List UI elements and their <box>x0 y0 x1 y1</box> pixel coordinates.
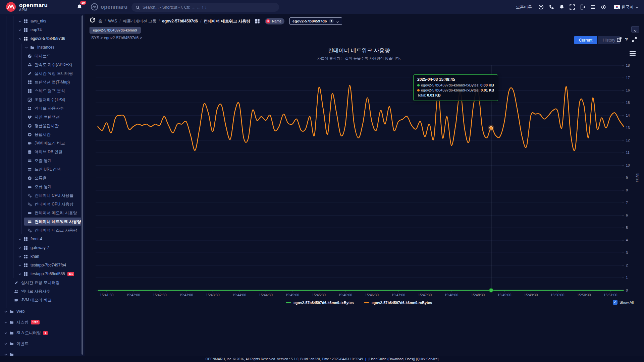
breadcrumb-item[interactable]: 애플리케이션 그룹 <box>123 18 156 24</box>
collapse-panel-button[interactable] <box>631 26 639 33</box>
logout-icon[interactable] <box>580 4 585 10</box>
sidebar-item-지연 트랜잭션[interactable]: 지연 트랜잭션 <box>0 113 85 121</box>
sidebar-item-gateway-7[interactable]: gateway-7 <box>0 243 85 252</box>
sidebar-item-SLA 모니터링[interactable]: SLA 모니터링1 <box>0 327 85 338</box>
sidebar-item-컨테이너 네트워크 사용량[interactable]: 컨테이너 네트워크 사용량 <box>0 217 85 226</box>
breadcrumb-separator: / <box>105 19 106 23</box>
heart-broken-icon <box>28 115 32 119</box>
sidebar-item-스레드 덤프 분석[interactable]: 스레드 덤프 분석 <box>0 86 85 95</box>
legend-item[interactable]: egov2-57b84597d6-k6mn9-rxBytes <box>364 301 432 305</box>
grid-view-icon[interactable] <box>255 18 260 24</box>
server-count-badge: 1 <box>329 19 334 23</box>
caret-down-icon <box>18 19 21 23</box>
sidebar-item-label: 스레드 덤프 분석 <box>35 88 65 94</box>
sidebar-item-평균응답시간[interactable]: 평균응답시간 <box>0 121 85 130</box>
sidebar-item-folder[interactable] <box>0 349 85 356</box>
sidebar-item-오류율[interactable]: 오류율 <box>0 174 85 182</box>
sidebar-item-label: JVM 메모리 비교 <box>21 297 52 303</box>
sidebar-item-label: front-4 <box>31 237 42 241</box>
notifications-bell-icon[interactable] <box>76 4 83 10</box>
sidebar-item-Web[interactable]: Web <box>0 306 85 317</box>
grid-icon <box>23 246 28 250</box>
sidebar-item-testapp-7bc7497fb4[interactable]: testapp-7bc7497fb4 <box>0 261 85 269</box>
remove-tag-icon[interactable]: × <box>266 19 270 23</box>
caret-down-icon <box>634 28 637 31</box>
svg-text:15:50:30: 15:50:30 <box>577 293 591 297</box>
fullscreen-icon[interactable] <box>632 37 637 42</box>
breadcrumb-item[interactable]: WAS <box>108 19 117 23</box>
sidebar-item-label: 트랜잭션 맵(T-Map) <box>35 79 70 85</box>
partner-brand[interactable]: openmaru <box>91 3 128 11</box>
sidebar-item-컨테이너 디스크 사용량[interactable]: 컨테이너 디스크 사용량 <box>0 226 85 235</box>
footer-info: OPENMARU, Inc. © 2016, All Rights Reserv… <box>206 357 363 361</box>
name-filter-tag[interactable]: ×Name <box>265 18 284 24</box>
sidebar-item-만족도 지수(APDEX)[interactable]: 만족도 지수(APDEX) <box>0 60 85 69</box>
grid-icon <box>28 89 32 93</box>
sidebar-item-시스템[interactable]: 시스템1/12 <box>0 317 85 327</box>
gears-icon <box>28 202 32 206</box>
tooltip-series-value: 0.00 KB <box>480 83 494 87</box>
sidebar-item-초당처리수(TPS)[interactable]: 초당처리수(TPS) <box>0 95 85 104</box>
sidebar-badge: 1/12 <box>31 320 40 324</box>
help-icon[interactable]: ? <box>625 37 628 42</box>
openmaru-circle-icon[interactable] <box>538 4 544 10</box>
sidebar-item-Instances[interactable]: Instances <box>0 43 85 52</box>
sidebar-item-느린 URL 검색[interactable]: 느린 URL 검색 <box>0 165 85 174</box>
sidebar-item-액티브 DB 연결[interactable]: 액티브 DB 연결 <box>0 147 85 156</box>
sidebar-item-label: 컨테이너 CPU 사용량 <box>35 201 73 207</box>
brand[interactable]: openmaru APM <box>5 1 48 12</box>
svg-text:15:42:00: 15:42:00 <box>126 293 140 297</box>
breadcrumb-item[interactable]: 컨테이너 네트워크 사용량 <box>204 18 250 24</box>
breadcrumb-item[interactable]: 홈 <box>98 18 102 24</box>
sidebar-item-응답시간[interactable]: 응답시간 <box>0 130 85 139</box>
refresh-icon[interactable] <box>90 17 95 23</box>
expand-icon[interactable] <box>570 4 575 10</box>
svg-text:11: 11 <box>626 150 630 155</box>
sidebar-item-컨테이너 CPU 사용량[interactable]: 컨테이너 CPU 사용량 <box>0 200 85 208</box>
sidebar-item-실시간 요청 모니터링[interactable]: 실시간 요청 모니터링 <box>0 278 85 287</box>
sidebar-item-label: eap74 <box>31 27 42 32</box>
sidebar-item-대시보드[interactable]: 대시보드 <box>0 52 85 60</box>
sidebar-item-실시간 요청 모니터링[interactable]: 실시간 요청 모니터링 <box>0 69 85 78</box>
sidebar-item-label: 만족도 지수(APDEX) <box>35 62 72 68</box>
search-input[interactable] <box>143 5 275 10</box>
show-all-toggle[interactable]: ✓ Show All <box>613 300 634 305</box>
sidebar-scrollbar[interactable] <box>82 15 83 355</box>
server-select[interactable]: egov2-57b84597d61 <box>289 17 342 25</box>
footer-links[interactable]: [User Guide (Download, Docs)] [Quick Ser… <box>369 357 438 361</box>
server-select-value: egov2-57b84597d6 <box>292 19 327 23</box>
check-square-icon <box>28 98 32 102</box>
legend-item[interactable]: egov2-57b84597d6-k6mn9-txBytes <box>286 301 354 305</box>
sidebar-item-액티브 사용자수[interactable]: 액티브 사용자수 <box>0 104 85 113</box>
gear-icon[interactable] <box>601 4 606 10</box>
current-button[interactable]: Current <box>574 36 597 44</box>
sidebar-item-front-4[interactable]: front-4 <box>0 235 85 243</box>
coffee-icon <box>14 298 18 302</box>
sidebar-item-JVM 메모리 비교[interactable]: JVM 메모리 비교 <box>0 296 85 304</box>
sidebar-item-aws_nks[interactable]: aws_nks <box>0 17 85 25</box>
external-link-icon[interactable] <box>616 37 622 42</box>
sidebar-item-호출 통계[interactable]: 호출 통계 <box>0 156 85 165</box>
sidebar-item-eap74[interactable]: eap74 <box>0 25 85 34</box>
sidebar-item-컨테이너 CPU 사용률[interactable]: 컨테이너 CPU 사용률 <box>0 191 85 200</box>
legend-label: egov2-57b84597d6-k6mn9-txBytes <box>293 301 354 305</box>
sidebar-item-액티브 사용자수[interactable]: 액티브 사용자수 <box>0 287 85 296</box>
sidebar-item-오류 통계[interactable]: 오류 통계 <box>0 182 85 191</box>
svg-text:15:45:00: 15:45:00 <box>285 293 299 297</box>
sidebar-item-컨테이너 메모리 사용량[interactable]: 컨테이너 메모리 사용량 <box>0 208 85 217</box>
sidebar-item-testapp-7b69cd585[interactable]: testapp-7b69cd5851/1 <box>0 269 85 278</box>
sidebar-item-트랜잭션 맵(T-Map)[interactable]: 트랜잭션 맵(T-Map) <box>0 78 85 86</box>
sidebar-item-이벤트[interactable]: 이벤트 <box>0 338 85 349</box>
pencil-icon <box>28 71 32 76</box>
sidebar-item-JVM 메모리 비교[interactable]: JVM 메모리 비교 <box>0 139 85 147</box>
bell-icon[interactable] <box>559 4 565 10</box>
network-usage-chart: 012345678910111213141516171815:41:3015:4… <box>86 14 644 356</box>
instance-chip[interactable]: egov2-57b84597d6-k6mn9 <box>90 27 141 34</box>
menu-icon[interactable] <box>590 4 596 10</box>
sidebar-badge: 1 <box>43 331 48 335</box>
language-selector[interactable]: 한국어 <box>614 4 639 10</box>
breadcrumb-item[interactable]: egov2-57b84597d6 <box>162 19 198 23</box>
sidebar-item-khan[interactable]: khan <box>0 252 85 261</box>
sidebar-item-egov2-57b84597d6[interactable]: egov2-57b84597d6 <box>0 34 85 43</box>
phone-icon[interactable] <box>549 4 554 10</box>
